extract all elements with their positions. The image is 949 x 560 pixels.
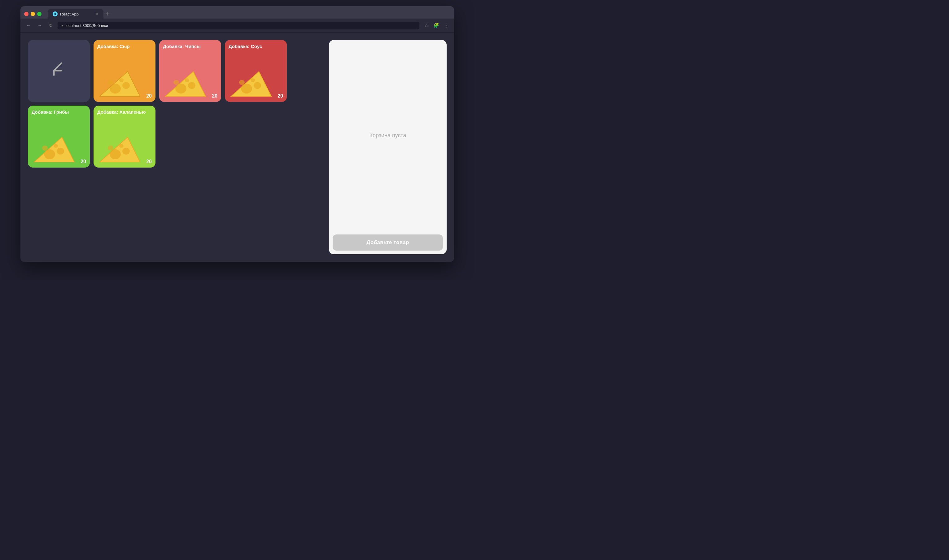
tab-title: React App (60, 12, 94, 17)
item-card-sous[interactable]: Добавка: Соус 20 (225, 40, 287, 102)
svg-point-23 (110, 149, 121, 159)
svg-point-10 (174, 80, 179, 85)
address-bar[interactable]: ● localhost:3000/Добавки (58, 22, 419, 29)
cart-panel: Корзина пуста Добавьте товар (329, 40, 447, 254)
cart-body: Корзина пуста (329, 40, 447, 231)
back-nav-button[interactable]: ← (24, 21, 33, 30)
item-title-halapeniu: Добавка: Халапенью (97, 109, 152, 115)
item-title-sous: Добавка: Соус (229, 44, 283, 49)
svg-point-16 (251, 78, 255, 82)
toolbar-actions: ☆ 🧩 ⋮ (422, 21, 450, 30)
svg-point-3 (122, 82, 130, 89)
svg-marker-7 (165, 72, 206, 96)
svg-point-19 (57, 148, 64, 155)
svg-marker-22 (100, 137, 140, 162)
browser-titlebar: ⚛ React App × + (20, 6, 454, 18)
bookmark-icon[interactable]: ☆ (422, 21, 431, 30)
back-card[interactable] (28, 40, 90, 102)
svg-point-25 (108, 146, 113, 151)
traffic-lights (24, 12, 42, 16)
svg-point-15 (239, 80, 245, 85)
svg-point-9 (188, 82, 195, 89)
item-price-syr: 20 (146, 93, 152, 99)
svg-point-13 (241, 84, 252, 94)
item-title-griby: Добавка: Грибы (32, 109, 86, 115)
item-price-halapeniu: 20 (146, 159, 152, 165)
svg-point-4 (108, 80, 113, 85)
svg-point-21 (54, 144, 58, 148)
item-price-sous: 20 (277, 93, 283, 99)
reload-button[interactable]: ↻ (46, 21, 55, 30)
lock-icon: ● (62, 23, 63, 28)
tab-close-icon[interactable]: × (96, 12, 98, 16)
svg-marker-12 (231, 72, 271, 96)
item-card-syr[interactable]: Добавка: Сыр 20 (94, 40, 155, 102)
close-button[interactable] (24, 12, 29, 16)
svg-point-26 (119, 144, 124, 148)
browser-toolbar: ← → ↻ ● localhost:3000/Добавки ☆ 🧩 ⋮ (20, 18, 454, 32)
cart-footer: Добавьте товар (329, 231, 447, 254)
item-card-halapeniu[interactable]: Добавка: Халапенью 20 (94, 106, 155, 168)
svg-point-20 (42, 146, 48, 151)
svg-point-14 (254, 82, 261, 89)
browser-window: ⚛ React App × + ← → ↻ ● localhost:3000/Д… (20, 6, 454, 262)
maximize-button[interactable] (37, 12, 42, 16)
svg-point-11 (185, 78, 189, 82)
cart-empty-text: Корзина пуста (369, 132, 406, 139)
item-price-chipsy: 20 (212, 93, 217, 99)
svg-point-18 (44, 149, 55, 159)
add-item-button[interactable]: Добавьте товар (333, 234, 443, 251)
svg-point-5 (119, 78, 124, 82)
new-tab-button[interactable]: + (106, 11, 110, 17)
forward-nav-button[interactable]: → (35, 21, 44, 30)
browser-tab[interactable]: ⚛ React App × (48, 9, 103, 18)
app-content: Добавка: Сыр 20 Добавка: Чипсы (20, 32, 454, 262)
item-card-chipsy[interactable]: Добавка: Чипсы 20 (159, 40, 221, 102)
minimize-button[interactable] (31, 12, 35, 16)
svg-point-24 (122, 148, 130, 155)
svg-point-8 (175, 84, 186, 94)
url-text: localhost:3000/Добавки (65, 23, 108, 28)
item-title-chipsy: Добавка: Чипсы (163, 44, 217, 49)
back-arrow-icon (46, 57, 71, 85)
extensions-icon[interactable]: 🧩 (432, 21, 440, 30)
svg-point-2 (110, 84, 121, 94)
svg-marker-17 (34, 137, 74, 162)
items-grid: Добавка: Сыр 20 Добавка: Чипсы (28, 40, 324, 254)
menu-icon[interactable]: ⋮ (441, 21, 450, 30)
item-card-griby[interactable]: Добавка: Грибы 20 (28, 106, 90, 168)
item-price-griby: 20 (80, 159, 86, 165)
tab-favicon: ⚛ (53, 11, 58, 17)
item-title-syr: Добавка: Сыр (97, 44, 152, 49)
